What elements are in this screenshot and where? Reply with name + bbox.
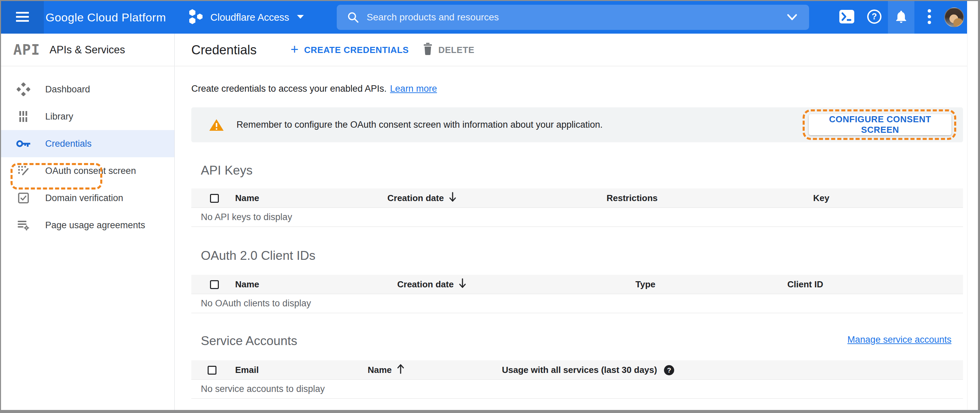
api-keys-table: Name Creation date Restrictions Key No A… bbox=[191, 189, 963, 227]
menu-icon bbox=[15, 11, 30, 24]
sort-down-icon bbox=[448, 192, 457, 205]
sort-down-icon bbox=[458, 278, 467, 291]
help-button[interactable]: ? bbox=[861, 1, 888, 33]
notifications-bell-icon bbox=[894, 8, 908, 26]
sidebar-item-credentials[interactable]: Credentials bbox=[1, 130, 174, 157]
service-accounts-table-header: Email Name Usage with all services (last… bbox=[191, 361, 963, 380]
select-all-checkbox[interactable] bbox=[208, 361, 216, 380]
delete-label: DELETE bbox=[438, 45, 474, 56]
more-options-button[interactable] bbox=[916, 1, 943, 33]
checkbox-icon bbox=[210, 194, 219, 203]
service-accounts-empty-row: No service accounts to display bbox=[191, 380, 963, 399]
column-creation-date[interactable]: Creation date bbox=[397, 275, 467, 294]
sidebar-title: APIs & Services bbox=[49, 44, 125, 56]
notifications-button[interactable] bbox=[888, 1, 915, 33]
api-logo: API bbox=[13, 41, 40, 58]
help-filled-icon[interactable]: ? bbox=[663, 364, 675, 376]
select-all-checkbox[interactable] bbox=[210, 275, 219, 294]
sidebar-item-library[interactable]: Library bbox=[1, 103, 174, 130]
sidebar: API APIs & Services Dashboard Library bbox=[1, 33, 175, 410]
select-all-checkbox[interactable] bbox=[210, 189, 219, 208]
oauth-clients-empty-row: No OAuth clients to display bbox=[191, 294, 963, 313]
configure-consent-screen-button[interactable]: CONFIGURE CONSENT SCREEN bbox=[809, 114, 951, 135]
top-navigation-bar: Google Cloud Platform Cloudflare Access bbox=[1, 1, 967, 33]
search-bar bbox=[337, 5, 809, 30]
help-icon: ? bbox=[867, 9, 882, 26]
api-keys-table-header: Name Creation date Restrictions Key bbox=[191, 189, 963, 208]
column-name-label: Name bbox=[368, 365, 392, 375]
intro-sentence: Create credentials to access your enable… bbox=[191, 84, 387, 94]
search-input[interactable] bbox=[367, 12, 784, 23]
project-name: Cloudflare Access bbox=[210, 12, 289, 23]
project-hexagons-icon bbox=[189, 8, 204, 27]
page-title: Credentials bbox=[191, 33, 256, 66]
api-keys-empty-row: No API keys to display bbox=[191, 208, 963, 227]
oauth-clients-title: OAuth 2.0 Client IDs bbox=[201, 249, 315, 263]
column-creation-date[interactable]: Creation date bbox=[387, 189, 457, 208]
sidebar-nav: Dashboard Library Credentials bbox=[1, 66, 174, 239]
library-icon bbox=[16, 110, 31, 123]
consent-warning-banner: Remember to configure the OAuth consent … bbox=[191, 107, 963, 142]
column-key: Key bbox=[813, 189, 829, 208]
manage-service-accounts-link[interactable]: Manage service accounts bbox=[848, 335, 951, 345]
service-accounts-title: Service Accounts bbox=[201, 334, 298, 348]
oauth-consent-icon bbox=[16, 164, 31, 178]
cloud-shell-icon bbox=[838, 9, 855, 25]
sidebar-item-label: OAuth consent screen bbox=[45, 166, 136, 176]
search-dropdown-chevron-icon[interactable] bbox=[784, 12, 800, 22]
oauth-clients-table-header: Name Creation date Type Client ID bbox=[191, 275, 963, 294]
sidebar-item-page-usage-agreements[interactable]: Page usage agreements bbox=[1, 211, 174, 239]
sidebar-item-label: Credentials bbox=[45, 138, 92, 149]
checkbox-icon bbox=[208, 366, 216, 375]
search-icon bbox=[346, 11, 360, 24]
sidebar-item-label: Dashboard bbox=[45, 84, 90, 95]
warning-icon bbox=[209, 119, 224, 133]
dashboard-icon bbox=[16, 83, 31, 96]
checkbox-icon bbox=[210, 280, 219, 289]
svg-text:?: ? bbox=[667, 367, 671, 374]
page-usage-icon bbox=[16, 218, 31, 232]
scrollbar-gutter bbox=[967, 33, 978, 410]
main-content: Credentials + CREATE CREDENTIALS DELETE … bbox=[175, 33, 967, 410]
column-name[interactable]: Name bbox=[368, 361, 406, 380]
column-type: Type bbox=[635, 275, 655, 294]
sidebar-item-label: Domain verification bbox=[45, 193, 123, 203]
app-frame: Google Cloud Platform Cloudflare Access bbox=[1, 1, 967, 410]
project-caret-icon bbox=[295, 13, 305, 22]
page-header: Credentials + CREATE CREDENTIALS DELETE bbox=[175, 33, 967, 66]
column-usage-label: Usage with all services (last 30 days) bbox=[502, 365, 657, 375]
plus-icon: + bbox=[291, 43, 299, 56]
gcp-logo[interactable]: Google Cloud Platform bbox=[46, 1, 166, 33]
service-accounts-table: Email Name Usage with all services (last… bbox=[191, 361, 963, 399]
sidebar-item-label: Library bbox=[45, 111, 73, 122]
gcp-console-window: Google Cloud Platform Cloudflare Access bbox=[0, 0, 980, 413]
sidebar-item-oauth-consent-screen[interactable]: OAuth consent screen bbox=[1, 157, 174, 184]
sort-up-icon bbox=[396, 364, 406, 376]
svg-text:?: ? bbox=[872, 11, 877, 21]
sidebar-item-domain-verification[interactable]: Domain verification bbox=[1, 184, 174, 211]
delete-button[interactable]: DELETE bbox=[423, 33, 474, 66]
banner-message: Remember to configure the OAuth consent … bbox=[237, 107, 603, 142]
column-creation-date-label: Creation date bbox=[397, 279, 453, 290]
column-name: Name bbox=[235, 275, 259, 294]
column-email: Email bbox=[235, 361, 259, 380]
intro-text: Create credentials to access your enable… bbox=[191, 81, 437, 96]
column-name: Name bbox=[235, 189, 259, 208]
learn-more-link[interactable]: Learn more bbox=[390, 84, 437, 94]
sidebar-item-label: Page usage agreements bbox=[45, 220, 145, 230]
column-restrictions: Restrictions bbox=[606, 189, 657, 208]
delete-icon bbox=[423, 43, 433, 57]
column-creation-date-label: Creation date bbox=[387, 193, 444, 203]
account-avatar[interactable] bbox=[944, 8, 964, 27]
sidebar-item-dashboard[interactable]: Dashboard bbox=[1, 76, 174, 103]
more-vertical-icon bbox=[927, 8, 932, 27]
create-credentials-button[interactable]: + CREATE CREDENTIALS bbox=[291, 33, 409, 66]
cloud-shell-button[interactable] bbox=[834, 1, 860, 33]
menu-button[interactable] bbox=[1, 1, 44, 33]
project-selector[interactable]: Cloudflare Access bbox=[189, 1, 305, 33]
key-icon bbox=[16, 138, 31, 149]
sidebar-header: API APIs & Services bbox=[1, 33, 174, 66]
column-client-id: Client ID bbox=[788, 275, 823, 294]
create-credentials-label: CREATE CREDENTIALS bbox=[304, 45, 409, 56]
oauth-clients-table: Name Creation date Type Client ID No OAu… bbox=[191, 275, 963, 313]
